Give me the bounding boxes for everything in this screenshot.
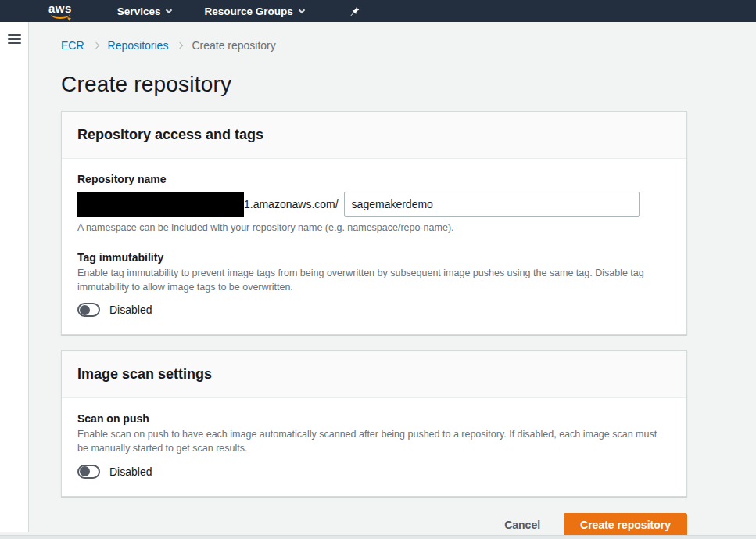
pin-shortcut-button[interactable] xyxy=(349,6,360,16)
tag-immutability-description: Enable tag immutability to prevent image… xyxy=(77,266,660,294)
menu-icon[interactable] xyxy=(8,34,21,44)
tag-immutability-toggle[interactable] xyxy=(77,303,100,317)
repository-access-card: Repository access and tags Repository na… xyxy=(61,111,687,335)
repository-uri-row: 1.amazonaws.com/ xyxy=(77,192,671,217)
registry-uri-suffix: 1.amazonaws.com/ xyxy=(244,198,339,210)
scan-on-push-toggle-state: Disabled xyxy=(109,465,152,478)
main-content: ECR Repositories Create repository Creat… xyxy=(29,22,756,532)
scan-on-push-label: Scan on push xyxy=(77,412,671,425)
nav-services-label: Services xyxy=(117,5,161,17)
image-scan-card-header: Image scan settings xyxy=(62,351,686,398)
aws-smile-icon xyxy=(51,13,70,19)
breadcrumb-ecr-link[interactable]: ECR xyxy=(61,39,84,52)
toggle-knob-icon xyxy=(80,466,90,476)
image-scan-card-title: Image scan settings xyxy=(77,366,671,383)
breadcrumb-repositories-link[interactable]: Repositories xyxy=(108,39,169,52)
aws-logo[interactable]: aws xyxy=(48,3,72,19)
scan-on-push-toggle-row: Disabled xyxy=(77,465,671,479)
nav-resource-groups-menu[interactable]: Resource Groups xyxy=(204,5,303,17)
chevron-down-icon xyxy=(298,6,304,13)
nav-resource-groups-label: Resource Groups xyxy=(204,5,292,17)
tag-immutability-toggle-state: Disabled xyxy=(109,304,152,316)
cancel-button[interactable]: Cancel xyxy=(496,514,548,536)
breadcrumb-current-page: Create repository xyxy=(192,39,275,52)
pin-icon xyxy=(349,6,360,16)
chevron-down-icon xyxy=(166,6,172,13)
create-repository-button[interactable]: Create repository xyxy=(564,513,687,537)
nav-services-menu[interactable]: Services xyxy=(117,5,172,17)
repository-name-label: Repository name xyxy=(77,173,671,185)
tag-immutability-toggle-row: Disabled xyxy=(77,303,671,317)
breadcrumb-separator-icon xyxy=(92,42,99,49)
scan-on-push-description: Enable scan on push to have each image a… xyxy=(77,427,660,455)
redacted-registry-id xyxy=(77,192,244,217)
bottom-edge-strip xyxy=(0,535,756,539)
breadcrumb-separator-icon xyxy=(177,42,183,49)
tag-immutability-label: Tag immutability xyxy=(77,251,671,264)
breadcrumb: ECR Repositories Create repository xyxy=(61,39,756,52)
page-title: Create repository xyxy=(61,72,756,97)
image-scan-card: Image scan settings Scan on push Enable … xyxy=(61,350,687,496)
repository-name-input[interactable] xyxy=(344,192,640,217)
toggle-knob-icon xyxy=(80,305,90,315)
aws-logo-text: aws xyxy=(48,3,72,13)
repository-access-card-title: Repository access and tags xyxy=(77,127,671,143)
image-scan-card-body: Scan on push Enable scan on push to have… xyxy=(62,398,686,495)
repository-access-card-header: Repository access and tags xyxy=(62,112,686,159)
scan-on-push-toggle[interactable] xyxy=(77,465,100,479)
namespace-helper-text: A namespace can be included with your re… xyxy=(77,222,671,233)
form-actions: Cancel Create repository xyxy=(61,513,687,537)
repository-access-card-body: Repository name 1.amazonaws.com/ A names… xyxy=(62,159,686,334)
left-sidebar xyxy=(0,22,29,532)
top-navigation-bar: aws Services Resource Groups xyxy=(0,0,756,22)
